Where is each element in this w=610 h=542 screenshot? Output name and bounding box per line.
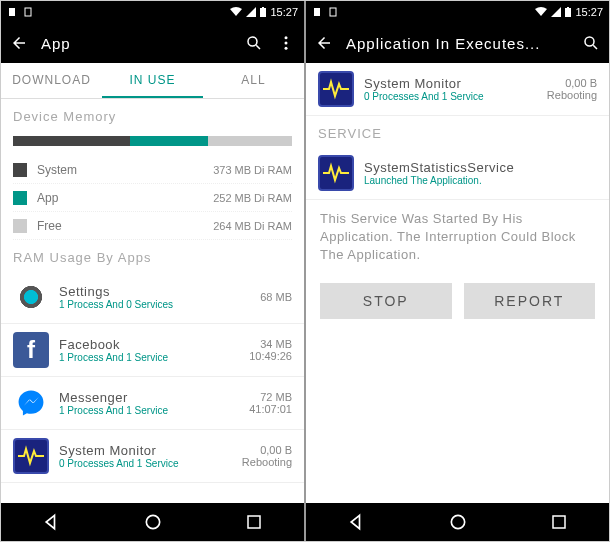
wifi-icon bbox=[230, 7, 242, 17]
overflow-menu-button[interactable] bbox=[276, 33, 296, 53]
nav-back-button[interactable] bbox=[40, 510, 64, 534]
service-row[interactable]: SystemStatisticsService Launched The App… bbox=[306, 147, 609, 200]
memory-segment-free bbox=[208, 136, 292, 146]
app-bar: Application In Executes... bbox=[306, 23, 609, 63]
app-bar: App bbox=[1, 23, 304, 63]
notification-icon bbox=[7, 7, 17, 17]
legend-system: System 373 MB Di RAM bbox=[13, 156, 292, 184]
section-ram-usage: RAM Usage By Apps bbox=[1, 240, 304, 271]
svg-line-5 bbox=[256, 45, 260, 49]
tab-all[interactable]: ALL bbox=[203, 63, 304, 98]
svg-point-7 bbox=[285, 42, 288, 45]
svg-point-9 bbox=[146, 515, 159, 528]
legend-free: Free 264 MB Di RAM bbox=[13, 212, 292, 240]
status-time: 15:27 bbox=[575, 6, 603, 18]
screen-app-detail: 15:27 Application In Executes... System … bbox=[306, 1, 609, 541]
memory-segment-system bbox=[13, 136, 130, 146]
signal-icon bbox=[551, 7, 561, 17]
app-row-settings[interactable]: Settings 1 Process And 0 Services 68 MB bbox=[1, 271, 304, 324]
service-description: This Service Was Started By His Applicat… bbox=[306, 200, 609, 275]
app-header: System Monitor 0 Processes And 1 Service… bbox=[306, 63, 609, 116]
svg-rect-13 bbox=[565, 8, 571, 17]
status-time: 15:27 bbox=[270, 6, 298, 18]
system-monitor-icon bbox=[13, 438, 49, 474]
tab-in-use[interactable]: IN USE bbox=[102, 63, 203, 98]
facebook-icon: f bbox=[13, 332, 49, 368]
notification-icon bbox=[23, 7, 33, 17]
svg-point-15 bbox=[585, 37, 594, 46]
search-button[interactable] bbox=[581, 33, 601, 53]
app-row-system-monitor[interactable]: System Monitor 0 Processes And 1 Service… bbox=[1, 430, 304, 483]
nav-recent-button[interactable] bbox=[242, 510, 266, 534]
nav-recent-button[interactable] bbox=[547, 510, 571, 534]
stop-button[interactable]: STOP bbox=[320, 283, 452, 319]
page-title: Application In Executes... bbox=[346, 35, 569, 52]
legend-app: App 252 MB Di RAM bbox=[13, 184, 292, 212]
tabs: DOWNLOAD IN USE ALL bbox=[1, 63, 304, 99]
page-title: App bbox=[41, 35, 232, 52]
wifi-icon bbox=[535, 7, 547, 17]
memory-segment-app bbox=[130, 136, 208, 146]
svg-rect-14 bbox=[567, 7, 569, 8]
svg-rect-1 bbox=[25, 8, 31, 16]
svg-rect-10 bbox=[248, 516, 260, 528]
back-button[interactable] bbox=[9, 33, 29, 53]
svg-point-17 bbox=[451, 515, 464, 528]
status-bar: 15:27 bbox=[1, 1, 304, 23]
signal-icon bbox=[246, 7, 256, 17]
navigation-bar bbox=[1, 503, 304, 541]
memory-bar bbox=[13, 136, 292, 146]
svg-rect-18 bbox=[553, 516, 565, 528]
messenger-icon bbox=[13, 385, 49, 421]
svg-rect-0 bbox=[9, 8, 15, 16]
svg-point-4 bbox=[248, 37, 257, 46]
system-monitor-icon bbox=[318, 155, 354, 191]
settings-icon bbox=[13, 279, 49, 315]
svg-point-8 bbox=[285, 47, 288, 50]
tab-download[interactable]: DOWNLOAD bbox=[1, 63, 102, 98]
svg-rect-12 bbox=[330, 8, 336, 16]
battery-icon bbox=[565, 7, 571, 17]
section-service: SERVICE bbox=[306, 116, 609, 147]
svg-line-16 bbox=[593, 45, 597, 49]
svg-point-6 bbox=[285, 36, 288, 39]
battery-icon bbox=[260, 7, 266, 17]
screen-app-list: 15:27 App DOWNLOAD IN USE ALL Device Mem… bbox=[1, 1, 304, 541]
swatch-icon bbox=[13, 163, 27, 177]
nav-back-button[interactable] bbox=[345, 510, 369, 534]
nav-home-button[interactable] bbox=[446, 510, 470, 534]
back-button[interactable] bbox=[314, 33, 334, 53]
swatch-icon bbox=[13, 191, 27, 205]
nav-home-button[interactable] bbox=[141, 510, 165, 534]
app-row-facebook[interactable]: f Facebook 1 Process And 1 Service 34 MB… bbox=[1, 324, 304, 377]
status-bar: 15:27 bbox=[306, 1, 609, 23]
app-row-messenger[interactable]: Messenger 1 Process And 1 Service 72 MB … bbox=[1, 377, 304, 430]
svg-rect-3 bbox=[262, 7, 264, 8]
notification-icon bbox=[312, 7, 322, 17]
svg-rect-2 bbox=[260, 8, 266, 17]
svg-rect-11 bbox=[314, 8, 320, 16]
section-device-memory: Device Memory bbox=[1, 99, 304, 130]
swatch-icon bbox=[13, 219, 27, 233]
navigation-bar bbox=[306, 503, 609, 541]
report-button[interactable]: REPORT bbox=[464, 283, 596, 319]
search-button[interactable] bbox=[244, 33, 264, 53]
notification-icon bbox=[328, 7, 338, 17]
system-monitor-icon bbox=[318, 71, 354, 107]
